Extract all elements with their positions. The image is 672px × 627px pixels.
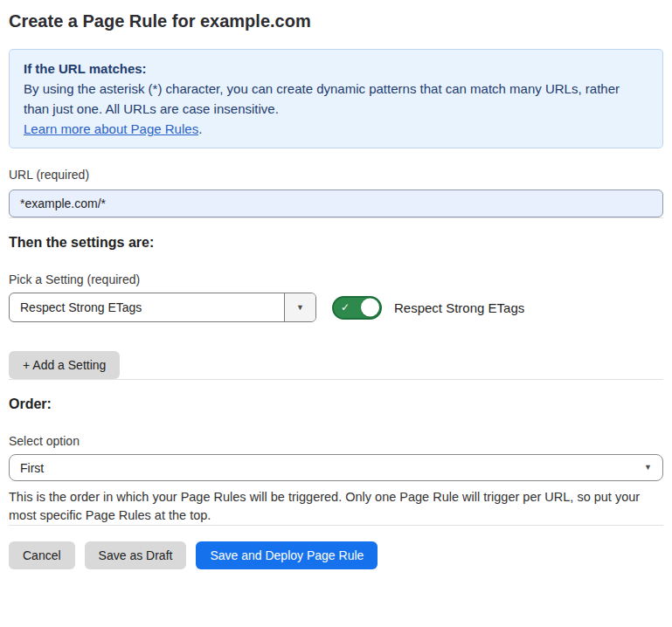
order-select[interactable]: First ▼ bbox=[9, 454, 663, 481]
form-actions: Cancel Save as Draft Save and Deploy Pag… bbox=[9, 541, 663, 569]
url-field-label: URL (required) bbox=[9, 168, 663, 183]
setting-select[interactable]: Respect Strong ETags ▼ bbox=[9, 293, 316, 322]
setting-row: Respect Strong ETags ▼ ✓ Respect Strong … bbox=[9, 293, 663, 322]
check-icon: ✓ bbox=[341, 302, 350, 313]
setting-toggle[interactable]: ✓ bbox=[332, 296, 382, 320]
settings-section-heading: Then the settings are: bbox=[9, 234, 663, 251]
section-divider bbox=[9, 217, 663, 218]
setting-select-value: Respect Strong ETags bbox=[10, 293, 284, 321]
order-section-heading: Order: bbox=[9, 396, 663, 413]
info-box-body: By using the asterisk (*) character, you… bbox=[24, 79, 648, 119]
url-match-info-box: If the URL matches: By using the asteris… bbox=[9, 49, 663, 148]
section-divider bbox=[9, 379, 663, 380]
info-box-link-line: Learn more about Page Rules. bbox=[24, 119, 648, 139]
order-help-text: This is the order in which your Page Rul… bbox=[9, 488, 660, 525]
chevron-down-icon: ▼ bbox=[296, 304, 304, 312]
chevron-down-icon: ▼ bbox=[644, 464, 652, 472]
toggle-knob bbox=[361, 299, 379, 317]
page-rule-form: Create a Page Rule for example.com If th… bbox=[0, 0, 672, 569]
toggle-label: Respect Strong ETags bbox=[394, 300, 524, 315]
save-as-draft-button[interactable]: Save as Draft bbox=[85, 541, 187, 569]
order-select-value: First bbox=[20, 461, 644, 475]
save-and-deploy-button[interactable]: Save and Deploy Page Rule bbox=[196, 541, 378, 569]
order-select-label: Select option bbox=[9, 434, 663, 449]
setting-select-arrow-button[interactable]: ▼ bbox=[284, 293, 315, 321]
add-setting-button[interactable]: + Add a Setting bbox=[9, 351, 120, 379]
pick-setting-label: Pick a Setting (required) bbox=[9, 272, 663, 287]
url-input[interactable] bbox=[9, 189, 663, 217]
cancel-button[interactable]: Cancel bbox=[9, 541, 75, 569]
section-divider bbox=[9, 525, 663, 526]
page-title: Create a Page Rule for example.com bbox=[9, 10, 663, 31]
link-suffix: . bbox=[198, 121, 202, 136]
learn-more-link[interactable]: Learn more about Page Rules bbox=[24, 121, 198, 136]
info-box-heading: If the URL matches: bbox=[24, 59, 648, 79]
